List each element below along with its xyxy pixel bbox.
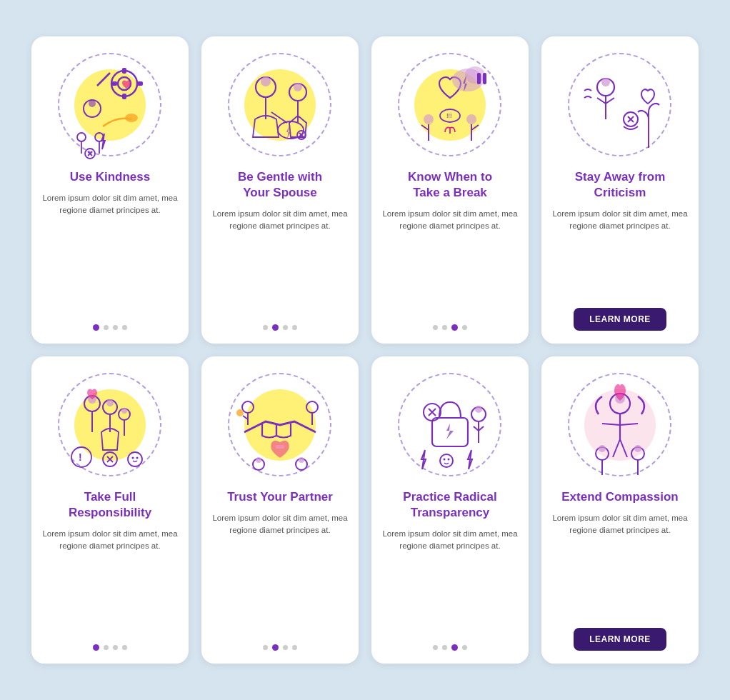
illustration-radical-transparency [393, 368, 507, 482]
card-radical-transparency: Practice RadicalTransparency Lorem ipsum… [371, 356, 529, 664]
dot-4 [462, 645, 467, 650]
svg-point-35 [424, 114, 434, 124]
svg-line-108 [620, 439, 627, 457]
svg-point-102 [599, 445, 606, 452]
card-take-break: !!! Know When toTake a Break Lorem ipsum… [371, 36, 529, 344]
illustration-extend-compassion [563, 368, 677, 482]
svg-point-74 [299, 457, 304, 463]
svg-line-77 [243, 416, 248, 419]
dot-1 [263, 645, 268, 650]
svg-marker-17 [101, 134, 105, 149]
dots-use-kindness [93, 324, 127, 331]
svg-marker-94 [421, 450, 426, 469]
svg-line-40 [471, 125, 479, 130]
dot-2 [104, 325, 109, 330]
svg-point-31 [465, 66, 485, 84]
dot-2 [104, 645, 109, 650]
svg-line-90 [479, 426, 484, 431]
card-be-gentle: Be Gentle withYour Spouse Lorem ipsum do… [201, 36, 359, 344]
dot-1 [93, 644, 99, 651]
card-trust-partner: Trust Your Partner Lorem ipsum dolor sit… [201, 356, 359, 664]
card-text-extend-compassion: Lorem ipsum dolor sit dim amet, mea regi… [551, 512, 689, 618]
svg-point-93 [448, 459, 450, 461]
svg-point-67 [128, 452, 142, 466]
dots-trust-partner [263, 644, 297, 651]
svg-line-6 [97, 73, 110, 86]
svg-point-87 [475, 406, 482, 413]
illustration-full-responsibility: ! [53, 368, 167, 482]
dot-4 [122, 645, 127, 650]
svg-line-100 [620, 424, 638, 425]
svg-point-92 [444, 459, 446, 461]
card-title-radical-transparency: Practice RadicalTransparency [403, 489, 496, 521]
card-title-extend-compassion: Extend Compassion [561, 489, 678, 505]
dot-1 [93, 324, 99, 331]
svg-rect-34 [483, 73, 486, 84]
svg-rect-5 [111, 81, 117, 86]
card-stay-away: Stay Away fromCriticism Lorem ipsum dolo… [541, 36, 699, 344]
dot-2 [442, 645, 447, 650]
svg-point-75 [242, 401, 254, 413]
card-title-be-gentle: Be Gentle withYour Spouse [238, 169, 322, 201]
learn-more-button-1[interactable]: LEARN MORE [574, 308, 666, 331]
card-text-full-responsibility: Lorem ipsum dolor sit dim amet, mea regi… [41, 528, 179, 634]
card-title-take-break: Know When toTake a Break [408, 169, 492, 201]
svg-point-19 [261, 76, 271, 86]
dot-4 [292, 645, 297, 650]
svg-point-91 [440, 454, 453, 467]
svg-line-107 [613, 439, 620, 457]
dot-2 [272, 644, 279, 651]
svg-text:!!!: !!! [446, 112, 452, 119]
svg-marker-82 [446, 424, 454, 439]
dot-3 [113, 645, 118, 650]
card-text-be-gentle: Lorem ipsum dolor sit dim amet, mea regi… [211, 208, 349, 314]
dots-take-break [433, 324, 467, 331]
dot-3 [451, 644, 458, 651]
illustration-stay-away [563, 48, 677, 162]
card-title-stay-away: Stay Away fromCriticism [575, 169, 666, 201]
card-use-kindness: Use Kindness Lorem ipsum dolor sit dim a… [31, 36, 189, 344]
svg-point-105 [634, 445, 641, 452]
svg-point-57 [106, 399, 114, 406]
svg-point-38 [466, 114, 476, 124]
learn-more-button-2[interactable]: LEARN MORE [574, 628, 666, 651]
svg-point-8 [89, 100, 96, 107]
dot-2 [272, 324, 279, 331]
svg-line-99 [602, 424, 620, 425]
svg-text:!: ! [79, 451, 82, 463]
svg-marker-95 [468, 450, 472, 469]
svg-rect-3 [122, 94, 126, 99]
illustration-take-break: !!! [393, 48, 507, 162]
svg-rect-4 [137, 81, 143, 86]
dot-4 [122, 325, 127, 330]
svg-point-78 [236, 409, 244, 416]
svg-line-89 [474, 426, 479, 431]
card-text-take-break: Lorem ipsum dolor sit dim amet, mea regi… [381, 208, 519, 314]
dot-3 [451, 324, 458, 331]
svg-point-72 [256, 457, 261, 463]
dot-3 [283, 325, 288, 330]
dot-2 [442, 325, 447, 330]
svg-point-69 [136, 457, 139, 459]
card-title-full-responsibility: Take FullResponsibility [69, 489, 151, 521]
svg-point-45 [601, 78, 610, 86]
card-text-radical-transparency: Lorem ipsum dolor sit dim amet, mea regi… [381, 528, 519, 634]
dot-1 [433, 645, 438, 650]
dot-4 [462, 325, 467, 330]
svg-line-47 [597, 98, 606, 104]
dot-1 [263, 325, 268, 330]
illustration-be-gentle [223, 48, 337, 162]
dots-radical-transparency [433, 644, 467, 651]
dots-full-responsibility [93, 644, 127, 651]
illustration-trust-partner [223, 368, 337, 482]
card-extend-compassion: Extend Compassion Lorem ipsum dolor sit … [541, 356, 699, 664]
card-full-responsibility: ! Take FullResponsibility Lorem ipsum do… [31, 356, 189, 664]
card-title-trust-partner: Trust Your Partner [227, 489, 333, 505]
svg-line-48 [606, 98, 614, 104]
svg-point-60 [121, 408, 127, 414]
dots-be-gentle [263, 324, 297, 331]
svg-point-22 [294, 83, 302, 91]
card-text-trust-partner: Lorem ipsum dolor sit dim amet, mea regi… [211, 512, 349, 634]
svg-point-16 [125, 114, 138, 122]
card-grid: Use Kindness Lorem ipsum dolor sit dim a… [31, 36, 699, 664]
